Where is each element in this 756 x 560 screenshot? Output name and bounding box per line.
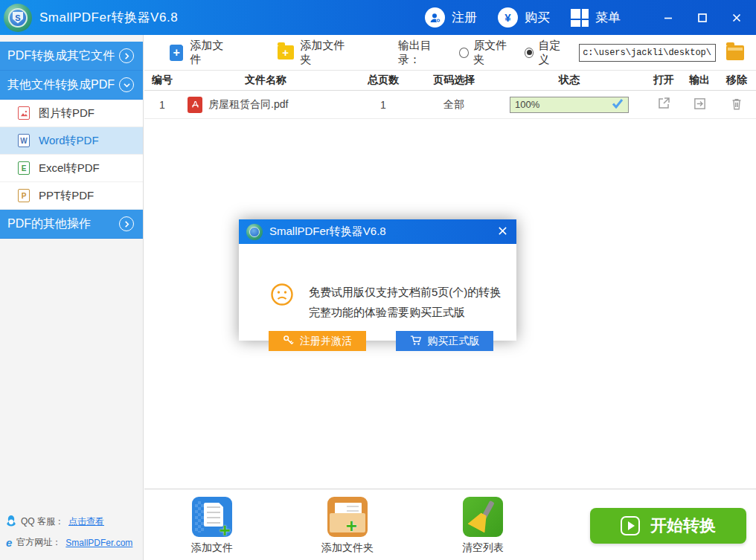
buy-button[interactable]: ¥ 购买	[490, 7, 557, 28]
trial-dialog: SmallPDFer转换器V6.8 免费试用版仅支持文档前5页(个)的转换 完整…	[239, 219, 516, 341]
key-icon	[283, 335, 294, 348]
dialog-close-icon[interactable]	[498, 225, 507, 239]
dialog-message-line2: 完整功能的体验需要购买正式版	[309, 306, 465, 320]
sad-face-icon	[270, 283, 294, 309]
clear-list-icon	[463, 497, 503, 537]
user-add-icon	[425, 7, 445, 28]
col-header-remove: 移除	[717, 74, 756, 87]
app-title: SmallPDFer转换器V6.8	[39, 9, 178, 26]
qq-icon	[6, 515, 16, 529]
start-convert-button[interactable]: 开始转换	[590, 508, 746, 544]
dialog-titlebar: SmallPDFer转换器V6.8	[239, 219, 516, 244]
bottom-bar: + 添加文件 + 添加文件夹 清空列表 开始转换	[144, 489, 756, 560]
browse-folder-button[interactable]	[726, 45, 744, 60]
register-button[interactable]: 注册	[417, 7, 484, 28]
close-button[interactable]	[722, 5, 752, 30]
table-row: 1 房屋租赁合同.pdf 1 全部 100%	[144, 91, 756, 119]
row-pages: 1	[351, 99, 415, 111]
cart-icon	[410, 335, 422, 348]
chevron-down-icon	[119, 77, 134, 92]
yen-icon: ¥	[498, 7, 518, 28]
delete-icon[interactable]	[730, 97, 743, 111]
play-icon	[621, 516, 640, 535]
chevron-right-icon	[119, 48, 134, 63]
row-filename: 房屋租赁合同.pdf	[208, 98, 288, 112]
row-index: 1	[144, 99, 180, 111]
col-header-status: 状态	[493, 74, 646, 87]
sidebar-item-ppt-to-pdf[interactable]: P PPT转PDF	[0, 182, 143, 210]
app-logo-icon: S	[4, 4, 32, 32]
official-site-label: 官方网址：	[16, 536, 61, 549]
open-file-icon[interactable]	[656, 96, 671, 111]
add-folder-big-icon: +	[327, 497, 368, 537]
col-header-pages: 总页数	[351, 74, 415, 87]
dialog-logo-icon	[246, 224, 263, 240]
progress-bar: 100%	[510, 97, 629, 113]
col-header-index: 编号	[144, 74, 180, 87]
register-activate-button[interactable]: 注册并激活	[269, 331, 366, 351]
register-label: 注册	[452, 9, 477, 26]
ppt-file-icon: P	[18, 189, 30, 202]
sidebar-item-image-to-pdf[interactable]: 图片转PDF	[0, 100, 143, 127]
menu-button[interactable]: 菜单	[563, 9, 628, 27]
radio-custom-folder[interactable]: 自定义	[525, 39, 569, 67]
menu-grid-icon	[571, 9, 589, 27]
buy-label: 购买	[525, 9, 550, 26]
qq-service-link[interactable]: 点击查看	[68, 515, 104, 528]
col-header-filename: 文件名称	[180, 74, 351, 87]
add-folder-icon: +	[278, 45, 294, 59]
word-file-icon: W	[18, 134, 30, 147]
menu-label: 菜单	[595, 9, 621, 26]
sidebar-section-pdf-to-other[interactable]: PDF转换成其它文件	[0, 42, 143, 71]
radio-unchecked-icon[interactable]	[459, 48, 469, 58]
dialog-title: SmallPDFer转换器V6.8	[269, 225, 386, 239]
image-file-icon	[18, 106, 30, 120]
chevron-right-icon	[119, 216, 134, 231]
sidebar: PDF转换成其它文件 其他文件转换成PDF 图片转PDF W Word转PDF …	[0, 35, 144, 560]
sidebar-item-word-to-pdf[interactable]: W Word转PDF	[0, 127, 143, 155]
app-window: S SmallPDFer转换器V6.8 注册 ¥ 购买 菜单	[0, 0, 756, 560]
titlebar: S SmallPDFer转换器V6.8 注册 ¥ 购买 菜单	[0, 0, 756, 35]
qq-service-label: QQ 客服：	[21, 515, 64, 528]
sidebar-section-other-to-pdf[interactable]: 其他文件转换成PDF	[0, 71, 143, 100]
progress-value: 100%	[515, 99, 539, 110]
toolbar: + 添加文件 + 添加文件夹 输出目录： 原文件夹 自定义	[144, 35, 756, 71]
official-site-link[interactable]: SmallPDFer.com	[65, 538, 132, 548]
add-file-big-button[interactable]: + 添加文件	[171, 497, 253, 555]
add-folder-button[interactable]: + 添加文件夹	[278, 39, 352, 67]
add-file-big-icon: +	[192, 497, 232, 537]
col-header-output: 输出	[682, 74, 717, 87]
add-file-button[interactable]: + 添加文件	[170, 39, 231, 67]
col-header-open: 打开	[646, 74, 682, 87]
excel-file-icon: E	[18, 161, 30, 175]
row-page-range[interactable]: 全部	[415, 98, 493, 112]
output-path-input[interactable]	[579, 44, 716, 62]
radio-checked-icon[interactable]	[525, 48, 534, 58]
pdf-file-icon	[188, 97, 202, 113]
dialog-message-line1: 免费试用版仅支持文档前5页(个)的转换	[309, 286, 501, 300]
radio-original-folder[interactable]: 原文件夹	[459, 39, 513, 67]
open-output-icon[interactable]	[693, 97, 707, 111]
start-convert-label: 开始转换	[650, 515, 716, 537]
minimize-button[interactable]	[653, 5, 683, 30]
add-folder-big-button[interactable]: + 添加文件夹	[307, 497, 388, 555]
add-file-icon: +	[170, 45, 183, 61]
sidebar-section-pdf-other-ops[interactable]: PDF的其他操作	[0, 210, 143, 239]
check-icon	[612, 98, 624, 111]
sidebar-footer: QQ 客服： 点击查看 e 官方网址： SmallPDFer.com	[0, 511, 143, 553]
table-header: 编号 文件名称 总页数 页码选择 状态 打开 输出 移除	[144, 71, 756, 91]
output-dir-label: 输出目录：	[398, 39, 449, 67]
maximize-button[interactable]	[688, 5, 717, 30]
clear-list-button[interactable]: 清空列表	[442, 497, 524, 555]
sidebar-item-excel-to-pdf[interactable]: E Excel转PDF	[0, 155, 143, 182]
buy-full-version-button[interactable]: 购买正式版	[396, 331, 493, 351]
ie-browser-icon: e	[6, 538, 12, 548]
col-header-range: 页码选择	[415, 74, 493, 87]
